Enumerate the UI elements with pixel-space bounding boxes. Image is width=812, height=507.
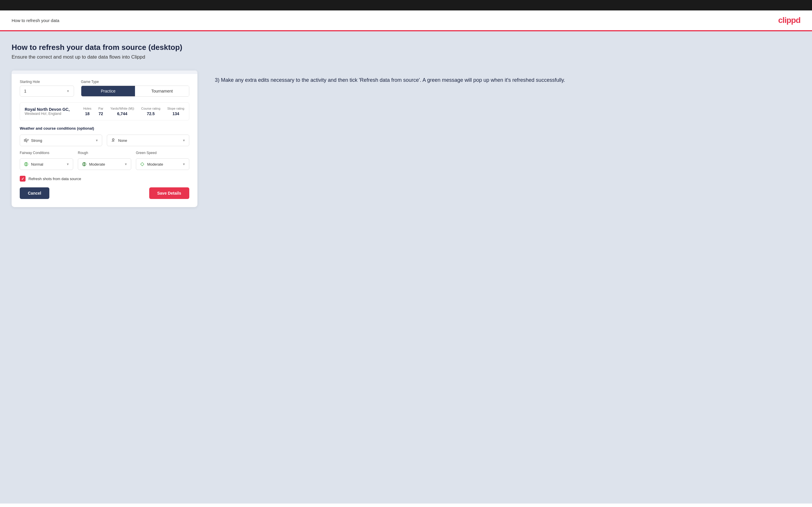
course-rating-stat: Course rating 72.5 xyxy=(141,107,160,116)
form-card: Starting Hole 1 ▼ Game Type Practice Tou… xyxy=(12,70,197,207)
button-row: Cancel Save Details xyxy=(20,187,189,199)
starting-hole-group: Starting Hole 1 ▼ xyxy=(20,80,74,97)
par-label: Par xyxy=(98,107,103,110)
refresh-checkbox[interactable]: ✓ xyxy=(20,176,26,181)
svg-line-3 xyxy=(114,141,114,142)
game-type-buttons: Practice Tournament xyxy=(81,86,189,97)
rough-chevron-icon: ▼ xyxy=(124,162,128,166)
footer: Copyright Clippd 2022 xyxy=(0,504,812,507)
wind-select-inner: Strong xyxy=(23,138,42,143)
holes-stat: Holes 18 xyxy=(83,107,92,116)
green-speed-icon xyxy=(140,162,145,167)
svg-line-1 xyxy=(112,141,113,142)
green-speed-value: Moderate xyxy=(147,162,163,167)
page-heading: How to refresh your data from source (de… xyxy=(12,43,800,52)
fairway-icon xyxy=(23,162,29,167)
refresh-label: Refresh shots from data source xyxy=(29,177,81,181)
practice-button[interactable]: Practice xyxy=(81,86,135,96)
rough-label: Rough xyxy=(78,151,131,155)
checkbox-check-icon: ✓ xyxy=(21,177,24,181)
logo: clippd xyxy=(778,16,800,25)
course-rating-label: Course rating xyxy=(141,107,160,110)
wind-value: Strong xyxy=(31,138,42,143)
green-speed-select-inner: Moderate xyxy=(140,162,163,167)
fairway-select[interactable]: Normal ▼ xyxy=(20,158,73,170)
green-speed-group: Green Speed Moderate ▼ xyxy=(136,151,189,170)
header: How to refresh your data clippd xyxy=(0,10,812,31)
rain-select-inner: None xyxy=(111,138,127,143)
wind-rain-row: Strong ▼ None ▼ xyxy=(20,134,189,146)
starting-hole-label: Starting Hole xyxy=(20,80,74,84)
main-content: How to refresh your data from source (de… xyxy=(0,31,812,504)
starting-hole-game-type-row: Starting Hole 1 ▼ Game Type Practice Tou… xyxy=(20,80,189,97)
green-speed-select[interactable]: Moderate ▼ xyxy=(136,158,189,170)
rough-select-inner: Moderate xyxy=(82,162,105,167)
course-stats: Holes 18 Par 72 Yards/White (M)) 6,744 C… xyxy=(83,107,184,116)
fairway-value: Normal xyxy=(31,162,43,167)
side-text: 3) Make any extra edits necessary to the… xyxy=(209,70,800,84)
form-card-top xyxy=(12,70,197,74)
fairway-select-inner: Normal xyxy=(23,162,43,167)
wind-select[interactable]: Strong ▼ xyxy=(20,134,102,146)
starting-hole-value: 1 xyxy=(24,89,27,94)
rough-group: Rough Moderate ▼ xyxy=(78,151,131,170)
wind-icon xyxy=(23,138,29,143)
weather-section-label: Weather and course conditions (optional) xyxy=(20,126,189,130)
rain-icon xyxy=(111,138,116,143)
green-speed-chevron-icon: ▼ xyxy=(182,162,186,166)
cancel-button[interactable]: Cancel xyxy=(20,187,49,199)
content-area: Starting Hole 1 ▼ Game Type Practice Tou… xyxy=(12,70,800,207)
fairway-chevron-icon: ▼ xyxy=(66,162,69,166)
rough-value: Moderate xyxy=(89,162,105,167)
game-type-group: Game Type Practice Tournament xyxy=(81,80,189,97)
refresh-checkbox-row: ✓ Refresh shots from data source xyxy=(20,176,189,181)
fairway-rough-green-row: Fairway Conditions Normal ▼ Rough xyxy=(20,151,189,170)
rain-chevron-icon: ▼ xyxy=(182,138,186,142)
holes-label: Holes xyxy=(83,107,92,110)
rain-value: None xyxy=(118,138,127,143)
save-button[interactable]: Save Details xyxy=(149,187,190,199)
course-row: Royal North Devon GC, Westward Ho!, Engl… xyxy=(20,102,189,120)
fairway-label: Fairway Conditions xyxy=(20,151,73,155)
page-subheading: Ensure the correct and most up to date d… xyxy=(12,54,800,60)
starting-hole-chevron-icon: ▼ xyxy=(66,89,70,93)
svg-point-0 xyxy=(112,138,114,140)
wind-chevron-icon: ▼ xyxy=(95,138,98,142)
game-type-label: Game Type xyxy=(81,80,189,84)
course-info: Royal North Devon GC, Westward Ho!, Engl… xyxy=(25,107,83,116)
slope-rating-label: Slope rating xyxy=(167,107,184,110)
fairway-group: Fairway Conditions Normal ▼ xyxy=(20,151,73,170)
yards-stat: Yards/White (M)) 6,744 xyxy=(110,107,134,116)
svg-line-2 xyxy=(113,141,113,142)
slope-rating-value: 134 xyxy=(172,111,179,116)
slope-rating-stat: Slope rating 134 xyxy=(167,107,184,116)
header-title: How to refresh your data xyxy=(12,18,59,23)
rough-icon xyxy=(82,162,87,167)
par-stat: Par 72 xyxy=(98,107,103,116)
svg-point-6 xyxy=(141,163,144,166)
yards-label: Yards/White (M)) xyxy=(110,107,134,110)
green-speed-label: Green Speed xyxy=(136,151,189,155)
par-value: 72 xyxy=(99,111,103,116)
starting-hole-select[interactable]: 1 ▼ xyxy=(20,86,74,97)
course-location: Westward Ho!, England xyxy=(25,112,83,116)
tournament-button[interactable]: Tournament xyxy=(135,86,189,96)
course-name: Royal North Devon GC, xyxy=(25,107,83,112)
rain-select[interactable]: None ▼ xyxy=(107,134,189,146)
course-rating-value: 72.5 xyxy=(147,111,155,116)
top-bar xyxy=(0,0,812,10)
rough-select[interactable]: Moderate ▼ xyxy=(78,158,131,170)
side-text-content: 3) Make any extra edits necessary to the… xyxy=(215,76,800,84)
holes-value: 18 xyxy=(85,111,90,116)
yards-value: 6,744 xyxy=(117,111,128,116)
